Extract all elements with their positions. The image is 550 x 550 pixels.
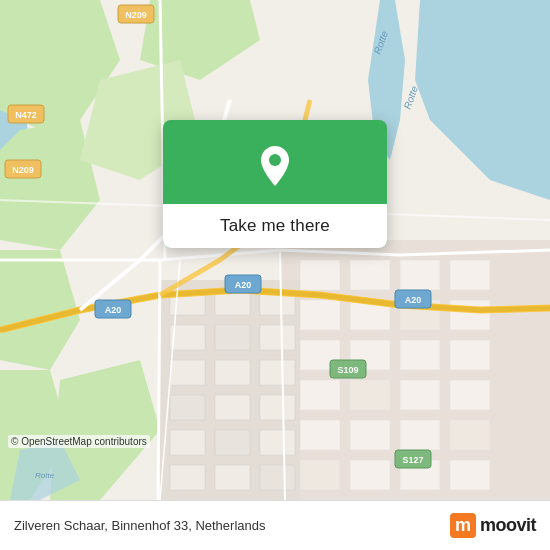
bottom-bar: Zilveren Schaar, Binnenhof 33, Netherlan… (0, 500, 550, 550)
svg-text:A20: A20 (405, 295, 422, 305)
svg-rect-13 (450, 340, 490, 370)
moovit-text: moovit (480, 515, 536, 536)
map-container[interactable]: A20 A20 A20 S109 S127 N472 N209 N209 Rot… (0, 0, 550, 500)
svg-rect-23 (350, 460, 390, 490)
svg-rect-6 (300, 300, 340, 330)
svg-text:S109: S109 (337, 365, 358, 375)
svg-rect-30 (170, 325, 205, 350)
moovit-m-icon: m (450, 513, 476, 538)
address-label: Zilveren Schaar, Binnenhof 33, Netherlan… (14, 518, 266, 533)
svg-rect-34 (215, 360, 250, 385)
svg-rect-32 (260, 325, 295, 350)
svg-point-64 (269, 154, 281, 166)
svg-text:N472: N472 (15, 110, 37, 120)
svg-rect-25 (450, 460, 490, 490)
svg-rect-38 (260, 395, 295, 420)
svg-text:Rotte: Rotte (35, 471, 55, 480)
svg-rect-37 (215, 395, 250, 420)
svg-rect-14 (300, 380, 340, 410)
svg-rect-19 (350, 420, 390, 450)
svg-rect-20 (400, 420, 440, 450)
svg-rect-16 (400, 380, 440, 410)
svg-text:S127: S127 (402, 455, 423, 465)
svg-rect-4 (400, 260, 440, 290)
popup-card: Take me there (163, 120, 387, 248)
svg-rect-15 (350, 380, 390, 410)
svg-rect-22 (300, 460, 340, 490)
svg-rect-5 (450, 260, 490, 290)
svg-text:N209: N209 (125, 10, 147, 20)
svg-rect-35 (260, 360, 295, 385)
svg-rect-21 (450, 420, 490, 450)
svg-rect-42 (170, 465, 205, 490)
svg-rect-17 (450, 380, 490, 410)
svg-rect-36 (170, 395, 205, 420)
osm-credit: © OpenStreetMap contributors (8, 435, 150, 448)
svg-rect-12 (400, 340, 440, 370)
svg-rect-43 (215, 465, 250, 490)
take-me-there-button[interactable]: Take me there (163, 204, 387, 248)
svg-text:N209: N209 (12, 165, 34, 175)
svg-rect-9 (450, 300, 490, 330)
popup-icon-area (251, 120, 299, 204)
svg-text:A20: A20 (235, 280, 252, 290)
map-background: A20 A20 A20 S109 S127 N472 N209 N209 Rot… (0, 0, 550, 500)
svg-rect-18 (300, 420, 340, 450)
location-pin-icon (251, 142, 299, 190)
svg-rect-39 (170, 430, 205, 455)
svg-rect-40 (215, 430, 250, 455)
svg-rect-31 (215, 325, 250, 350)
svg-rect-3 (350, 260, 390, 290)
moovit-logo: m moovit (450, 513, 536, 538)
svg-rect-33 (170, 360, 205, 385)
svg-rect-44 (260, 465, 295, 490)
svg-rect-41 (260, 430, 295, 455)
svg-rect-2 (300, 260, 340, 290)
svg-text:A20: A20 (105, 305, 122, 315)
